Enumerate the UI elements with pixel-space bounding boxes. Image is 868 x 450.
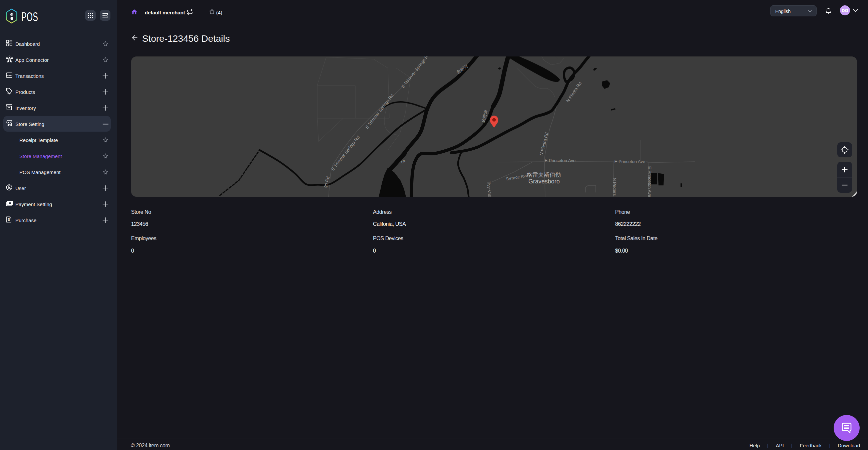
svg-text:E Princeton Ave: E Princeton Ave [647, 166, 652, 197]
svg-text:$: $ [8, 218, 10, 222]
svg-text:N Piedra Rd: N Piedra Rd [539, 132, 550, 156]
svg-text:Tivy Valle: Tivy Valle [486, 181, 492, 197]
svg-text:Gravesboro: Gravesboro [528, 178, 560, 185]
svg-text:E Princeton Ave: E Princeton Ave [615, 159, 645, 164]
svg-text:ck: ck [400, 158, 406, 164]
svg-text:E Trimmer Springs Rd: E Trimmer Springs Rd [364, 93, 395, 130]
svg-text:E Trimmer Springs Rd: E Trimmer Springs Rd [330, 135, 361, 171]
svg-text:E Princeton Ave: E Princeton Ave [545, 158, 576, 163]
svg-text:N Peders: N Peders [612, 178, 617, 196]
svg-text:格雷夫斯伯勒: 格雷夫斯伯勒 [526, 172, 561, 178]
svg-text:E Trimmer Springs R: E Trimmer Springs R [400, 56, 429, 89]
svg-text:Terrace Ave: Terrace Ave [505, 173, 528, 182]
